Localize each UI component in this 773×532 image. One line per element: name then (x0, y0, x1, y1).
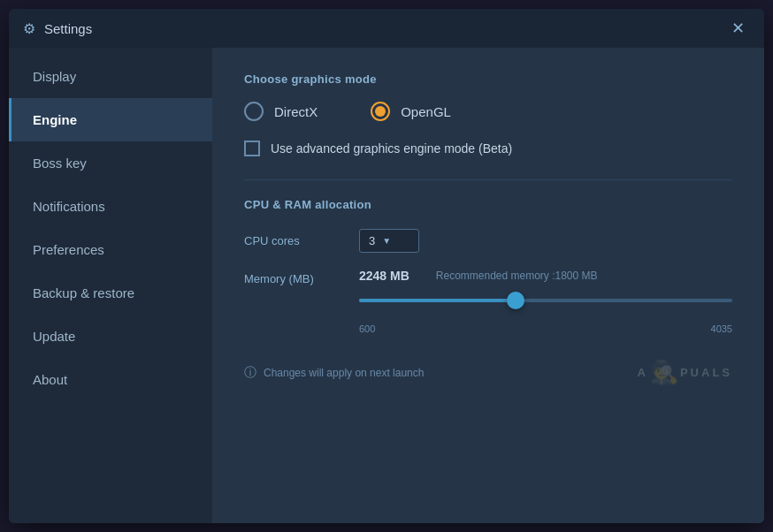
memory-slider-fill (359, 299, 516, 302)
sidebar-item-backup[interactable]: Backup & restore (9, 271, 212, 315)
memory-value: 2248 MB (359, 269, 409, 283)
cpu-label: CPU cores (244, 234, 341, 247)
slider-min-label: 600 (359, 323, 375, 334)
close-button[interactable]: ✕ (725, 16, 750, 41)
memory-slider-thumb[interactable] (507, 292, 524, 309)
cpu-value: 3 (369, 234, 375, 247)
memory-recommended: Recommended memory :1800 MB (436, 270, 598, 282)
footer-text: Changes will apply on next launch (264, 367, 424, 379)
sidebar-item-update[interactable]: Update (9, 315, 212, 358)
opengl-option[interactable]: OpenGL (371, 102, 451, 121)
cpu-ram-title: CPU & RAM allocation (244, 198, 732, 211)
main-panel: Choose graphics mode DirectX OpenGL Use … (212, 48, 764, 523)
memory-controls: 2248 MB Recommended memory :1800 MB 600 … (359, 269, 732, 334)
memory-slider-container (359, 292, 732, 309)
directx-option[interactable]: DirectX (244, 102, 318, 121)
cpu-select[interactable]: 3 ▼ (359, 229, 419, 253)
titlebar: ⚙ Settings ✕ (9, 9, 764, 48)
info-icon: ⓘ (244, 365, 256, 381)
slider-max-label: 4035 (711, 323, 732, 334)
footer: ⓘ Changes will apply on next launch A 🕵️… (244, 341, 732, 386)
sidebar-item-preferences[interactable]: Preferences (9, 228, 212, 271)
advanced-checkbox-label: Use advanced graphics engine mode (Beta) (271, 141, 512, 156)
sidebar-item-bosskey[interactable]: Boss key (9, 141, 212, 185)
advanced-checkbox-row: Use advanced graphics engine mode (Beta) (244, 141, 732, 156)
sidebar-item-display[interactable]: Display (9, 55, 212, 98)
cpu-dropdown-arrow: ▼ (382, 236, 391, 246)
memory-slider-track (359, 299, 732, 302)
slider-labels: 600 4035 (359, 323, 732, 334)
window-title: Settings (44, 21, 725, 36)
sidebar: Display Engine Boss key Notifications Pr… (9, 48, 212, 523)
sidebar-item-about[interactable]: About (9, 358, 212, 401)
divider (244, 179, 732, 180)
cpu-field-row: CPU cores 3 ▼ (244, 229, 732, 253)
graphics-radio-group: DirectX OpenGL (244, 102, 732, 121)
memory-top: 2248 MB Recommended memory :1800 MB (359, 269, 732, 283)
directx-label: DirectX (274, 104, 318, 119)
settings-icon: ⚙ (23, 20, 35, 37)
window-content: Display Engine Boss key Notifications Pr… (9, 48, 764, 523)
opengl-radio[interactable] (371, 102, 390, 121)
memory-label: Memory (MB) (244, 269, 341, 285)
directx-radio[interactable] (244, 102, 264, 121)
memory-field-row: Memory (MB) 2248 MB Recommended memory :… (244, 269, 732, 334)
settings-window: ⚙ Settings ✕ Display Engine Boss key Not… (9, 9, 764, 523)
sidebar-item-notifications[interactable]: Notifications (9, 185, 212, 228)
graphics-section-title: Choose graphics mode (244, 72, 732, 86)
advanced-checkbox[interactable] (244, 141, 260, 156)
opengl-label: OpenGL (401, 104, 451, 119)
sidebar-item-engine[interactable]: Engine (9, 98, 212, 141)
